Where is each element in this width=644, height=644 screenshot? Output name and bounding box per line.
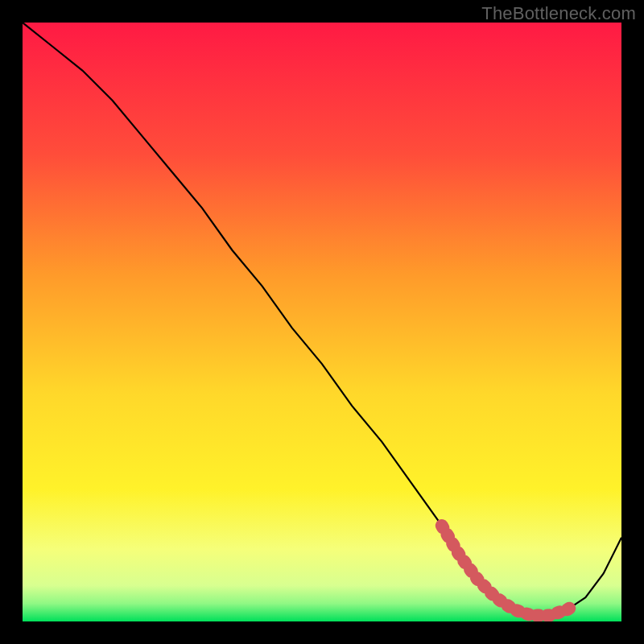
chart-frame: TheBottleneck.com (0, 0, 644, 644)
chart-svg (23, 23, 621, 621)
gradient-background (23, 23, 621, 621)
watermark-text: TheBottleneck.com (481, 3, 636, 24)
chart-plot-area (23, 23, 621, 621)
